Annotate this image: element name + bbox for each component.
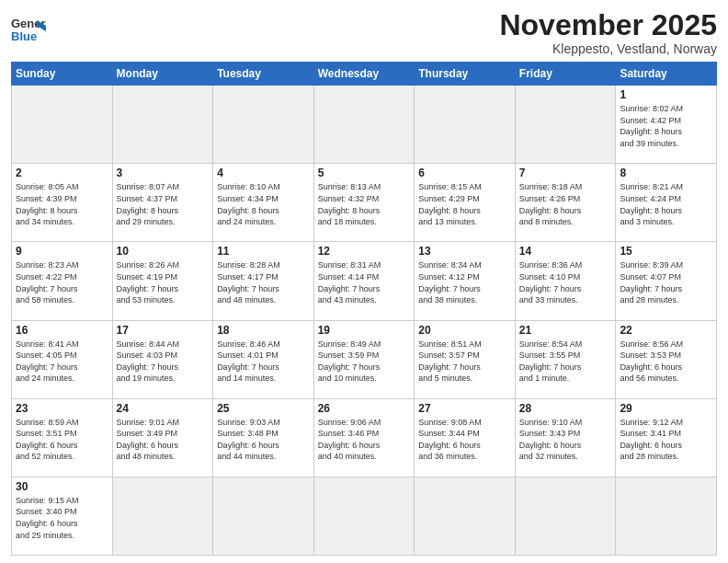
calendar-cell bbox=[112, 477, 213, 555]
location: Kleppesto, Vestland, Norway bbox=[499, 41, 717, 56]
calendar-cell: 8Sunrise: 8:21 AM Sunset: 4:24 PM Daylig… bbox=[616, 164, 717, 242]
day-number: 25 bbox=[217, 402, 310, 415]
day-number: 18 bbox=[217, 324, 310, 337]
logo: General Blue bbox=[11, 13, 46, 48]
weekday-header-friday: Friday bbox=[515, 63, 616, 86]
day-info: Sunrise: 9:01 AM Sunset: 3:49 PM Dayligh… bbox=[117, 417, 210, 463]
calendar-cell: 5Sunrise: 8:13 AM Sunset: 4:32 PM Daylig… bbox=[313, 164, 415, 242]
calendar-cell: 25Sunrise: 9:03 AM Sunset: 3:48 PM Dayli… bbox=[213, 398, 314, 477]
calendar-cell: 27Sunrise: 9:08 AM Sunset: 3:44 PM Dayli… bbox=[415, 398, 516, 477]
day-number: 14 bbox=[519, 245, 612, 258]
calendar-cell bbox=[313, 477, 415, 555]
day-info: Sunrise: 8:31 AM Sunset: 4:14 PM Dayligh… bbox=[318, 259, 411, 305]
day-number: 16 bbox=[16, 324, 108, 337]
day-info: Sunrise: 8:59 AM Sunset: 3:51 PM Dayligh… bbox=[16, 417, 108, 463]
day-number: 2 bbox=[16, 167, 108, 179]
calendar-cell: 19Sunrise: 8:49 AM Sunset: 3:59 PM Dayli… bbox=[313, 320, 415, 398]
calendar-cell: 18Sunrise: 8:46 AM Sunset: 4:01 PM Dayli… bbox=[213, 320, 314, 398]
calendar-cell bbox=[415, 86, 516, 164]
day-number: 20 bbox=[418, 324, 511, 337]
day-number: 24 bbox=[117, 402, 210, 415]
svg-text:Blue: Blue bbox=[11, 29, 37, 43]
calendar-cell bbox=[415, 477, 516, 555]
calendar-cell bbox=[515, 86, 616, 164]
calendar-cell: 21Sunrise: 8:54 AM Sunset: 3:55 PM Dayli… bbox=[515, 320, 616, 398]
day-number: 29 bbox=[620, 402, 712, 415]
calendar-cell: 28Sunrise: 9:10 AM Sunset: 3:43 PM Dayli… bbox=[515, 398, 616, 477]
weekday-header-saturday: Saturday bbox=[616, 63, 717, 86]
calendar-cell: 2Sunrise: 8:05 AM Sunset: 4:39 PM Daylig… bbox=[12, 164, 113, 242]
calendar-cell bbox=[213, 477, 314, 555]
day-info: Sunrise: 9:12 AM Sunset: 3:41 PM Dayligh… bbox=[620, 417, 712, 463]
day-info: Sunrise: 8:56 AM Sunset: 3:53 PM Dayligh… bbox=[620, 339, 712, 385]
day-info: Sunrise: 8:23 AM Sunset: 4:22 PM Dayligh… bbox=[16, 259, 108, 305]
day-number: 19 bbox=[318, 324, 411, 337]
day-info: Sunrise: 8:07 AM Sunset: 4:37 PM Dayligh… bbox=[117, 181, 210, 227]
calendar-cell: 24Sunrise: 9:01 AM Sunset: 3:49 PM Dayli… bbox=[112, 398, 213, 477]
day-number: 10 bbox=[117, 245, 210, 258]
day-number: 28 bbox=[519, 402, 612, 415]
day-info: Sunrise: 8:28 AM Sunset: 4:17 PM Dayligh… bbox=[217, 259, 310, 305]
calendar-cell: 4Sunrise: 8:10 AM Sunset: 4:34 PM Daylig… bbox=[213, 164, 314, 242]
calendar-cell bbox=[213, 86, 314, 164]
day-number: 15 bbox=[620, 245, 712, 258]
day-info: Sunrise: 9:15 AM Sunset: 3:40 PM Dayligh… bbox=[16, 495, 108, 541]
calendar-cell: 13Sunrise: 8:34 AM Sunset: 4:12 PM Dayli… bbox=[415, 242, 516, 320]
month-title: November 2025 bbox=[499, 9, 717, 41]
day-info: Sunrise: 8:54 AM Sunset: 3:55 PM Dayligh… bbox=[519, 339, 612, 385]
day-number: 5 bbox=[318, 167, 411, 179]
day-number: 27 bbox=[418, 402, 511, 415]
day-info: Sunrise: 9:10 AM Sunset: 3:43 PM Dayligh… bbox=[519, 417, 612, 463]
day-number: 4 bbox=[217, 167, 310, 179]
calendar-cell: 26Sunrise: 9:06 AM Sunset: 3:46 PM Dayli… bbox=[313, 398, 415, 477]
calendar-cell: 30Sunrise: 9:15 AM Sunset: 3:40 PM Dayli… bbox=[12, 477, 113, 555]
day-number: 1 bbox=[620, 88, 712, 101]
day-info: Sunrise: 8:41 AM Sunset: 4:05 PM Dayligh… bbox=[16, 339, 108, 385]
calendar-cell bbox=[515, 477, 616, 555]
calendar-cell: 7Sunrise: 8:18 AM Sunset: 4:26 PM Daylig… bbox=[515, 164, 616, 242]
weekday-header-sunday: Sunday bbox=[12, 63, 113, 86]
day-info: Sunrise: 8:44 AM Sunset: 4:03 PM Dayligh… bbox=[117, 339, 210, 385]
day-info: Sunrise: 8:49 AM Sunset: 3:59 PM Dayligh… bbox=[318, 339, 411, 385]
calendar-cell: 6Sunrise: 8:15 AM Sunset: 4:29 PM Daylig… bbox=[415, 164, 516, 242]
calendar-cell: 23Sunrise: 8:59 AM Sunset: 3:51 PM Dayli… bbox=[12, 398, 113, 477]
day-info: Sunrise: 9:08 AM Sunset: 3:44 PM Dayligh… bbox=[418, 417, 511, 463]
day-info: Sunrise: 9:06 AM Sunset: 3:46 PM Dayligh… bbox=[318, 417, 411, 463]
day-number: 12 bbox=[318, 245, 411, 258]
day-number: 30 bbox=[16, 480, 108, 493]
day-info: Sunrise: 8:21 AM Sunset: 4:24 PM Dayligh… bbox=[620, 181, 712, 227]
calendar-cell bbox=[112, 86, 213, 164]
calendar-cell: 10Sunrise: 8:26 AM Sunset: 4:19 PM Dayli… bbox=[112, 242, 213, 320]
day-info: Sunrise: 8:46 AM Sunset: 4:01 PM Dayligh… bbox=[217, 339, 310, 385]
day-number: 13 bbox=[418, 245, 511, 258]
day-number: 3 bbox=[117, 167, 210, 179]
calendar-cell: 14Sunrise: 8:36 AM Sunset: 4:10 PM Dayli… bbox=[515, 242, 616, 320]
calendar-cell: 16Sunrise: 8:41 AM Sunset: 4:05 PM Dayli… bbox=[12, 320, 113, 398]
page-header: General Blue November 2025 Kleppesto, Ve… bbox=[11, 9, 717, 56]
day-info: Sunrise: 8:18 AM Sunset: 4:26 PM Dayligh… bbox=[519, 181, 612, 227]
day-number: 9 bbox=[16, 245, 108, 258]
calendar-cell bbox=[616, 477, 717, 555]
weekday-header-tuesday: Tuesday bbox=[213, 63, 314, 86]
day-info: Sunrise: 8:36 AM Sunset: 4:10 PM Dayligh… bbox=[519, 259, 612, 305]
day-number: 7 bbox=[519, 167, 612, 179]
day-number: 17 bbox=[117, 324, 210, 337]
calendar-cell bbox=[313, 86, 415, 164]
calendar-cell: 3Sunrise: 8:07 AM Sunset: 4:37 PM Daylig… bbox=[112, 164, 213, 242]
day-info: Sunrise: 8:39 AM Sunset: 4:07 PM Dayligh… bbox=[620, 259, 712, 305]
day-number: 26 bbox=[318, 402, 411, 415]
day-info: Sunrise: 8:13 AM Sunset: 4:32 PM Dayligh… bbox=[318, 181, 411, 227]
calendar-table: SundayMondayTuesdayWednesdayThursdayFrid… bbox=[11, 62, 717, 556]
day-info: Sunrise: 8:02 AM Sunset: 4:42 PM Dayligh… bbox=[620, 103, 712, 149]
day-number: 11 bbox=[217, 245, 310, 258]
calendar-cell: 17Sunrise: 8:44 AM Sunset: 4:03 PM Dayli… bbox=[112, 320, 213, 398]
title-block: November 2025 Kleppesto, Vestland, Norwa… bbox=[499, 9, 717, 56]
day-info: Sunrise: 8:10 AM Sunset: 4:34 PM Dayligh… bbox=[217, 181, 310, 227]
day-number: 6 bbox=[418, 167, 511, 179]
day-number: 8 bbox=[620, 167, 712, 179]
weekday-header-thursday: Thursday bbox=[415, 63, 516, 86]
calendar-cell: 20Sunrise: 8:51 AM Sunset: 3:57 PM Dayli… bbox=[415, 320, 516, 398]
day-info: Sunrise: 8:51 AM Sunset: 3:57 PM Dayligh… bbox=[418, 339, 511, 385]
calendar-cell: 22Sunrise: 8:56 AM Sunset: 3:53 PM Dayli… bbox=[616, 320, 717, 398]
day-info: Sunrise: 8:15 AM Sunset: 4:29 PM Dayligh… bbox=[418, 181, 511, 227]
